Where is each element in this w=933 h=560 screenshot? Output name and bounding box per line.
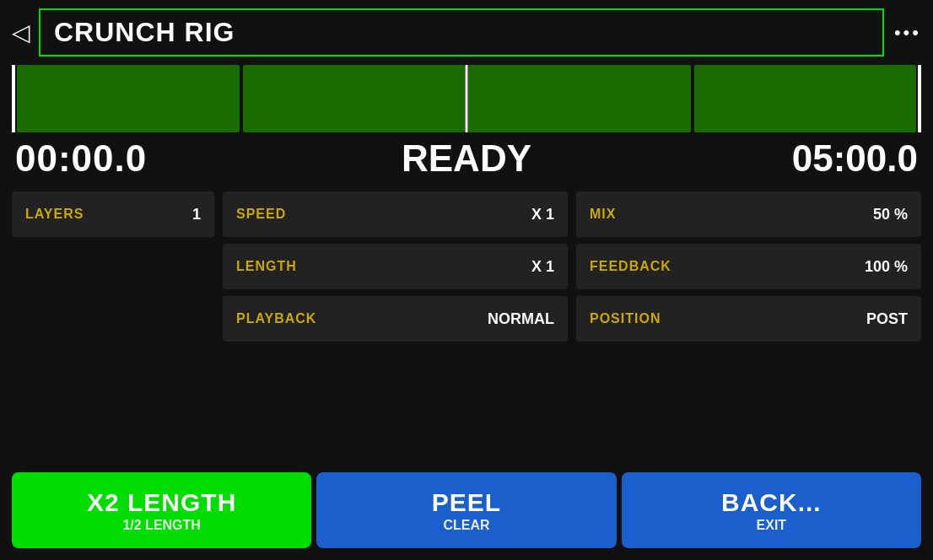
timeline-left-bar bbox=[12, 65, 15, 132]
playback-control[interactable]: PLAYBACK NORMAL bbox=[223, 296, 568, 342]
timeline-track[interactable] bbox=[17, 65, 916, 132]
peel-button[interactable]: PEEL CLEAR bbox=[316, 472, 616, 548]
speed-label: SPEED bbox=[236, 207, 286, 222]
layers-label: LAYERS bbox=[25, 207, 84, 222]
more-icon[interactable]: ••• bbox=[894, 22, 921, 44]
page-title: CRUNCH RIG bbox=[54, 17, 235, 47]
back-button[interactable]: BACK... EXIT bbox=[622, 472, 921, 548]
timeline-playhead bbox=[466, 65, 468, 132]
time-total: 05:00.0 bbox=[749, 137, 918, 180]
peel-sub-label: CLEAR bbox=[443, 518, 489, 533]
playback-value: NORMAL bbox=[488, 310, 554, 328]
layers-value: 1 bbox=[192, 206, 201, 223]
title-box: CRUNCH RIG bbox=[39, 8, 884, 57]
speed-value: X 1 bbox=[531, 206, 554, 223]
layers-control[interactable]: LAYERS 1 bbox=[12, 191, 214, 237]
length-value: X 1 bbox=[531, 258, 554, 276]
back-main-label: BACK... bbox=[721, 488, 822, 516]
time-elapsed: 00:00.0 bbox=[15, 137, 184, 180]
length-control[interactable]: LENGTH X 1 bbox=[223, 244, 568, 289]
playback-label: PLAYBACK bbox=[236, 311, 316, 326]
x2-length-sub-label: 1/2 LENGTH bbox=[122, 518, 200, 533]
mix-label: MIX bbox=[590, 207, 616, 222]
header: ◁ CRUNCH RIG ••• bbox=[0, 0, 933, 65]
mix-value: 50 % bbox=[873, 206, 908, 223]
speed-control[interactable]: SPEED X 1 bbox=[223, 191, 568, 237]
length-label: LENGTH bbox=[236, 259, 297, 274]
peel-main-label: PEEL bbox=[432, 488, 501, 516]
feedback-control[interactable]: FEEDBACK 100 % bbox=[576, 244, 921, 289]
timeline-segment-4 bbox=[694, 65, 917, 132]
x2-length-button[interactable]: X2 LENGTH 1/2 LENGTH bbox=[12, 472, 311, 548]
feedback-label: FEEDBACK bbox=[590, 259, 671, 274]
back-icon[interactable]: ◁ bbox=[12, 19, 30, 46]
time-row: 00:00.0 READY 05:00.0 bbox=[0, 132, 933, 191]
timeline-segment-1 bbox=[17, 65, 240, 132]
col-mid: SPEED X 1 LENGTH X 1 PLAYBACK NORMAL bbox=[223, 191, 568, 464]
bottom-buttons: X2 LENGTH 1/2 LENGTH PEEL CLEAR BACK... … bbox=[0, 464, 933, 560]
feedback-value: 100 % bbox=[865, 258, 908, 276]
col-right: MIX 50 % FEEDBACK 100 % POSITION POST bbox=[576, 191, 921, 464]
timeline-segment-2 bbox=[243, 65, 466, 132]
timeline-right-bar bbox=[918, 65, 921, 132]
position-control[interactable]: POSITION POST bbox=[576, 296, 921, 342]
x2-length-main-label: X2 LENGTH bbox=[87, 488, 236, 516]
position-label: POSITION bbox=[590, 311, 661, 326]
col-left: LAYERS 1 bbox=[12, 191, 214, 464]
timeline-segment-3 bbox=[468, 65, 691, 132]
status-label: READY bbox=[184, 137, 749, 180]
back-sub-label: EXIT bbox=[757, 518, 787, 533]
timeline-area bbox=[0, 65, 933, 132]
controls-grid: LAYERS 1 SPEED X 1 LENGTH X 1 PLAYBACK N… bbox=[0, 191, 933, 464]
position-value: POST bbox=[866, 310, 908, 328]
mix-control[interactable]: MIX 50 % bbox=[576, 191, 921, 237]
